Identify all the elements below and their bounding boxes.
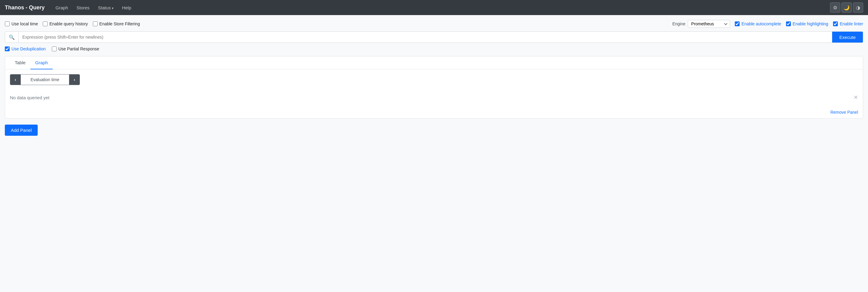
tab-graph[interactable]: Graph [30, 56, 53, 69]
use-local-time-checkbox[interactable]: Use local time [5, 22, 38, 26]
enable-store-filtering-label: Enable Store Filtering [99, 22, 140, 26]
contrast-icon: ◑ [856, 5, 860, 10]
nav-stores[interactable]: Stores [73, 3, 93, 13]
enable-linter-label: Enable linter [840, 22, 863, 26]
dedup-row: Use Deduplication Use Partial Response [5, 47, 863, 51]
enable-store-filtering-checkbox[interactable]: Enable Store Filtering [93, 22, 140, 26]
enable-query-history-checkbox[interactable]: Enable query history [43, 22, 88, 26]
navbar: Thanos - Query Graph Stores Status Help … [0, 0, 868, 15]
chevron-right-icon: › [74, 77, 75, 82]
navbar-icons: ⚙ 🌙 ◑ [830, 2, 863, 13]
use-local-time-input[interactable] [5, 22, 10, 26]
expression-input[interactable] [19, 32, 832, 42]
panel-tabs: Table Graph [5, 56, 863, 69]
remove-panel-row: Remove Panel [5, 107, 863, 118]
enable-autocomplete-checkbox[interactable]: Enable autocomplete [735, 22, 781, 26]
no-data-row: No data queried yet ✕ [10, 90, 858, 103]
add-panel-button[interactable]: Add Panel [5, 124, 38, 136]
navbar-brand: Thanos - Query [5, 4, 44, 11]
enable-query-history-input[interactable] [43, 22, 48, 26]
enable-linter-input[interactable] [833, 22, 838, 26]
dark-mode-button[interactable]: 🌙 [841, 2, 852, 13]
use-local-time-label: Use local time [11, 22, 38, 26]
close-button[interactable]: ✕ [854, 95, 858, 100]
enable-store-filtering-input[interactable] [93, 22, 98, 26]
enable-autocomplete-input[interactable] [735, 22, 740, 26]
enable-highlighting-input[interactable] [786, 22, 791, 26]
use-deduplication-checkbox[interactable]: Use Deduplication [5, 47, 46, 51]
eval-time-display: Evaluation time [21, 74, 69, 85]
enable-options: Enable autocomplete Enable highlighting … [735, 22, 863, 26]
eval-prev-button[interactable]: ‹ [10, 74, 21, 85]
moon-icon: 🌙 [844, 5, 849, 10]
search-icon: 🔍 [9, 34, 15, 40]
navbar-nav: Graph Stores Status Help [52, 3, 823, 13]
settings-button[interactable]: ⚙ [830, 2, 840, 13]
options-bar: Use local time Enable query history Enab… [5, 20, 863, 28]
nav-help[interactable]: Help [119, 3, 135, 13]
tab-table[interactable]: Table [10, 56, 30, 69]
enable-highlighting-label: Enable highlighting [793, 22, 828, 26]
chevron-left-icon: ‹ [15, 77, 16, 82]
no-data-text: No data queried yet [10, 95, 50, 100]
main-content: Use local time Enable query history Enab… [0, 15, 868, 141]
enable-linter-checkbox[interactable]: Enable linter [833, 22, 863, 26]
eval-time-row: ‹ Evaluation time › [10, 74, 858, 85]
settings-icon: ⚙ [833, 5, 837, 10]
nav-graph[interactable]: Graph [52, 3, 72, 13]
search-bar: 🔍 Execute [5, 31, 863, 43]
enable-autocomplete-label: Enable autocomplete [741, 22, 781, 26]
engine-select[interactable]: Prometheus Thanos [688, 20, 730, 28]
panel-body: ‹ Evaluation time › No data queried yet … [5, 69, 863, 107]
enable-query-history-label: Enable query history [50, 22, 88, 26]
nav-status[interactable]: Status [94, 3, 117, 13]
engine-group: Engine Prometheus Thanos [673, 20, 730, 28]
use-partial-response-label: Use Partial Response [59, 47, 99, 51]
remove-panel-link[interactable]: Remove Panel [830, 110, 858, 115]
use-partial-response-checkbox[interactable]: Use Partial Response [52, 47, 99, 51]
engine-label: Engine [673, 22, 686, 26]
search-icon-wrap: 🔍 [5, 32, 19, 42]
execute-button[interactable]: Execute [832, 32, 863, 42]
use-deduplication-label: Use Deduplication [11, 47, 46, 51]
contrast-button[interactable]: ◑ [853, 2, 863, 13]
use-deduplication-input[interactable] [5, 47, 10, 51]
enable-highlighting-checkbox[interactable]: Enable highlighting [786, 22, 828, 26]
use-partial-response-input[interactable] [52, 47, 57, 51]
eval-next-button[interactable]: › [69, 74, 80, 85]
panel: Table Graph ‹ Evaluation time › No data … [5, 56, 863, 119]
